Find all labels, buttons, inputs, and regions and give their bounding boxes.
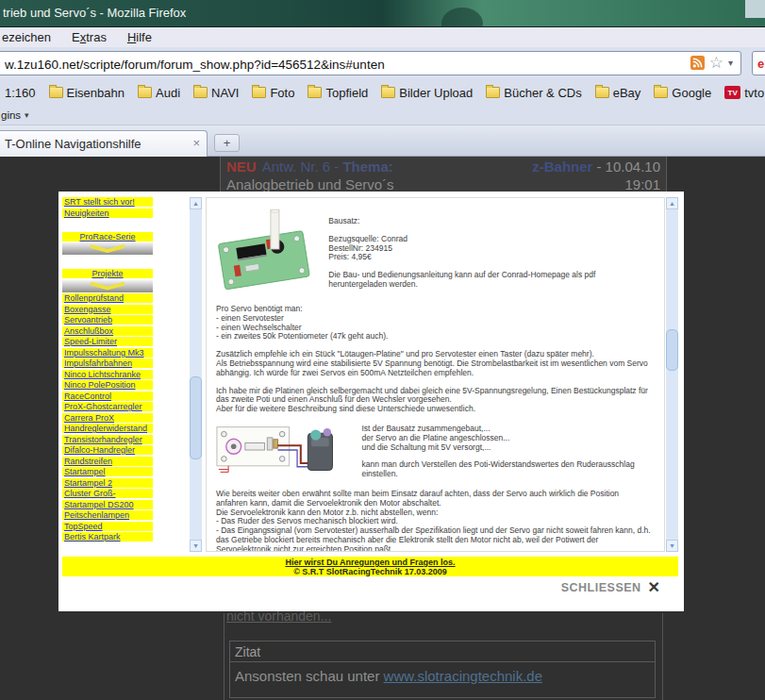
servo-steps: Ist der Bausatz zusammengebaut,... der S… xyxy=(361,425,653,452)
sidebar-item[interactable]: Boxengasse xyxy=(62,305,153,314)
paragraph-warning: Wie bereits weiter oben erwähnt sollte m… xyxy=(216,490,653,552)
sidebar-item[interactable]: Startampel DS200 xyxy=(62,500,153,509)
sidebar-item[interactable]: Neuigkeiten xyxy=(62,208,153,218)
sidebar-item[interactable]: Servoantrieb xyxy=(62,315,153,325)
scroll-down-icon[interactable]: ▼ xyxy=(190,540,202,552)
search-box[interactable]: eb xyxy=(752,51,765,75)
sidebar-item[interactable] xyxy=(62,280,153,292)
sidebar-item[interactable]: Startampel 2 xyxy=(62,478,153,488)
bookmark-folder-icon xyxy=(654,87,668,98)
sidebar-item[interactable]: Projekte xyxy=(62,269,153,278)
post-author: z-Bahner xyxy=(532,158,592,175)
window-titlebar[interactable]: trieb und Servo´s - Mozilla Firefox xyxy=(0,0,765,27)
tab-label: T-Online Navigationshilfe xyxy=(5,137,141,151)
bookmark-folder-icon xyxy=(486,87,500,98)
sidebar-item[interactable]: Bertis Kartpark xyxy=(62,532,153,542)
bookmark-folder-icon xyxy=(252,87,266,98)
menu-item[interactable]: Hilfe xyxy=(127,30,152,44)
tab-close-icon[interactable]: × xyxy=(192,136,200,150)
new-tab-button[interactable]: + xyxy=(214,134,240,152)
sidebar-item[interactable]: Randstreifen xyxy=(62,457,153,466)
menu-item-label: ilfe xyxy=(136,30,152,44)
servo-instructions: Ist der Bausatz zusammengebaut,... der S… xyxy=(361,423,653,481)
menu-item-label: ezeichen xyxy=(2,30,51,44)
sidebar-item[interactable]: Speed-Limiter xyxy=(62,337,153,346)
kit-section: Bausatz: Bezugsquelle: Conrad BestellNr:… xyxy=(216,206,653,296)
sidebar-item[interactable]: Handreglerwiderstand xyxy=(62,424,153,433)
sidebar-item-label: Randstreifen xyxy=(64,457,112,466)
window-title: trieb und Servo´s - Mozilla Firefox xyxy=(3,6,186,20)
sidebar-item[interactable]: Peitschenlampen xyxy=(62,510,153,520)
browser-window: trieb und Servo´s - Mozilla Firefox ezei… xyxy=(0,0,765,700)
bookmark-item[interactable]: Foto xyxy=(252,86,294,100)
tab-t-online[interactable]: T-Online Navigationshilfe × xyxy=(0,130,208,157)
sidebar-item-label: RaceControl xyxy=(64,392,111,401)
bookmark-item[interactable]: 1:160 xyxy=(5,86,36,100)
sidebar-item[interactable]: TopSpeed xyxy=(62,522,153,531)
bookmark-folder-icon xyxy=(308,87,322,98)
content-scrollbar[interactable]: ▲ ▼ xyxy=(666,197,678,552)
sidebar-item[interactable]: Impulsschaltung Mk3 xyxy=(62,348,153,358)
sidebar-item[interactable]: Carrera ProX xyxy=(62,413,153,423)
bookmark-folder-icon xyxy=(381,87,395,98)
sidebar-item[interactable]: Rollenprüfstand xyxy=(62,293,153,303)
menu-item-label: tras xyxy=(86,30,107,44)
kit-details: Bausatz: Bezugsquelle: Conrad BestellNr:… xyxy=(328,206,653,296)
plugins-label[interactable]: gins xyxy=(1,109,21,121)
sidebar-item[interactable]: RaceControl xyxy=(62,392,153,401)
bookmark-item[interactable]: TV tvto xyxy=(724,86,764,100)
chevron-down-icon[interactable]: ▾ xyxy=(728,58,733,68)
kit-order-no: BestellNr: 234915 xyxy=(328,244,653,254)
chevron-down-icon xyxy=(91,244,125,253)
chevron-down-icon[interactable]: ▾ xyxy=(25,110,29,120)
sidebar-item[interactable]: Difalco-Handregler xyxy=(62,445,153,455)
bookmark-item[interactable]: eBay xyxy=(595,86,641,100)
sidebar-item[interactable]: ProX-Ghostcarregler xyxy=(62,402,153,411)
address-bar[interactable]: ☆ ▾ xyxy=(0,51,741,75)
sidebar-item-label: Peitschenlampen xyxy=(64,510,129,520)
bookmark-star-icon[interactable]: ☆ xyxy=(709,56,723,70)
sidebar-item[interactable]: ProRace-Serie xyxy=(62,232,153,242)
sidebar-scrollbar[interactable]: ▲ ▼ xyxy=(190,197,202,552)
sidebar-item-label: TopSpeed xyxy=(64,522,103,531)
scrollbar-thumb[interactable] xyxy=(666,329,678,371)
sidebar-item-label: SRT stellt sich vor! xyxy=(64,197,135,207)
sidebar-item[interactable]: Ninco PolePosition xyxy=(62,380,153,390)
bookmark-item[interactable]: Google xyxy=(654,86,711,100)
bookmark-item[interactable]: Bücher & CDs xyxy=(486,86,581,100)
url-input[interactable] xyxy=(3,54,667,75)
bookmark-item[interactable]: Eisenbahn xyxy=(49,86,125,100)
menu-item[interactable]: ezeichen xyxy=(2,30,51,44)
scroll-up-icon[interactable]: ▲ xyxy=(666,197,678,209)
close-popup-button[interactable]: SCHLIESSEN ✕ xyxy=(561,581,660,594)
bookmark-item[interactable]: Topfield xyxy=(308,86,368,100)
sidebar-item[interactable]: SRT stellt sich vor! xyxy=(62,197,153,207)
sidebar-item[interactable]: Transistorhandregler xyxy=(62,435,153,444)
forum-post-header: NEUAntw. Nr. 6 -Thema: z-Bahner- 10.04.1… xyxy=(220,157,667,196)
slotracingtechnik-link[interactable]: www.slotracingtechnik.de xyxy=(384,668,542,684)
sidebar-item[interactable]: Cluster Groß- Startampel xyxy=(62,489,153,498)
bookmark-item[interactable]: NAVI xyxy=(193,86,239,100)
sidebar-item[interactable]: Ninco Lichtschranke xyxy=(62,370,153,379)
bookmark-item[interactable]: Bilder Upload xyxy=(381,86,473,100)
sidebar-item[interactable]: Startampel xyxy=(62,467,153,476)
sidebar-item[interactable] xyxy=(62,242,153,255)
sidebar-item[interactable]: Anschlußbox xyxy=(62,326,153,336)
menu-item-label: E xyxy=(72,30,80,44)
sidebar-item[interactable]: Impulsfahrbahnen xyxy=(62,358,153,368)
bookmark-item[interactable]: Audi xyxy=(138,86,180,100)
kit-photo xyxy=(216,206,311,292)
scroll-down-icon[interactable]: ▼ xyxy=(666,540,678,552)
sidebar-item-label: Impulsschaltung Mk3 xyxy=(64,348,144,358)
kit-title: Bausatz: xyxy=(328,217,653,226)
scrollbar-thumb[interactable] xyxy=(190,376,202,459)
quote-text: Ansonsten schau unter xyxy=(235,668,384,684)
menu-item-accel: H xyxy=(127,30,136,44)
scroll-up-icon[interactable]: ▲ xyxy=(190,197,202,209)
rss-icon[interactable] xyxy=(690,56,705,70)
popup-sidebar-nav: SRT stellt sich vor! Neuigkeiten ProRace… xyxy=(62,197,153,542)
navigation-toolbar: ☆ ▾ eb xyxy=(0,47,765,79)
bookmark-label: Foto xyxy=(270,86,294,100)
menu-item[interactable]: Extras xyxy=(72,30,107,44)
feedback-link[interactable]: Hier wirst Du Anregungen und Fragen los. xyxy=(62,558,678,567)
